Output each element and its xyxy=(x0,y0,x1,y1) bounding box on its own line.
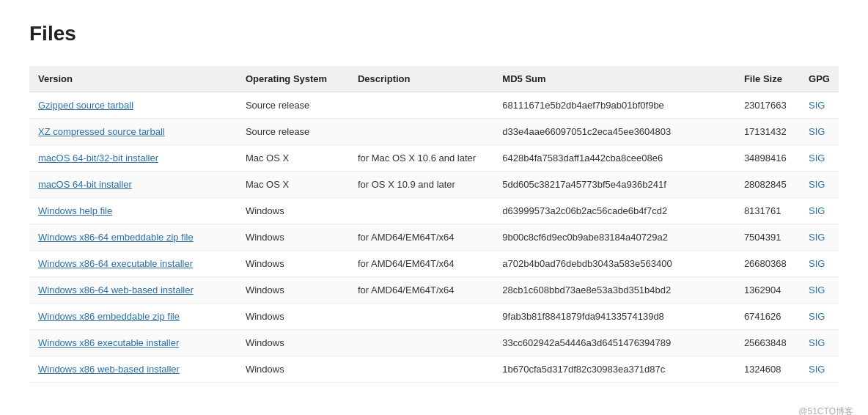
file-md5: d33e4aae66097051c2eca45ee3604803 xyxy=(493,119,735,145)
file-sig-link[interactable]: SIG xyxy=(809,100,825,111)
table-row: Windows x86-64 web-based installerWindow… xyxy=(29,277,839,304)
file-md5: 6428b4fa7583daff1a442cba8cee08e6 xyxy=(493,145,735,172)
file-version-link[interactable]: XZ compressed source tarball xyxy=(38,126,165,137)
file-description: for AMD64/EM64T/x64 xyxy=(349,277,493,304)
file-size: 26680368 xyxy=(735,251,800,277)
file-description xyxy=(349,304,493,330)
table-row: Windows help fileWindowsd63999573a2c06b2… xyxy=(29,198,839,224)
file-description xyxy=(349,119,493,145)
file-sig-link[interactable]: SIG xyxy=(809,311,825,322)
header-md5: MD5 Sum xyxy=(493,66,735,92)
file-version-link[interactable]: Gzipped source tarball xyxy=(38,100,133,111)
file-os: Source release xyxy=(237,92,349,119)
file-size: 8131761 xyxy=(735,198,800,224)
table-row: Windows x86 executable installerWindows3… xyxy=(29,330,839,356)
file-size: 7504391 xyxy=(735,224,800,251)
header-description: Description xyxy=(349,66,493,92)
file-description: for OS X 10.9 and later xyxy=(349,172,493,198)
file-description xyxy=(349,330,493,356)
file-sig-link[interactable]: SIG xyxy=(809,258,825,269)
file-md5: 68111671e5b2db4aef7b9ab01bf0f9be xyxy=(493,92,735,119)
file-os: Windows xyxy=(237,198,349,224)
files-table: Version Operating System Description MD5… xyxy=(29,66,839,383)
file-version-link[interactable]: Windows help file xyxy=(38,205,112,216)
file-size: 34898416 xyxy=(735,145,800,172)
page-title: Files xyxy=(29,22,839,45)
file-md5: 5dd605c38217a45773bf5e4a936b241f xyxy=(493,172,735,198)
file-size: 23017663 xyxy=(735,92,800,119)
file-size: 17131432 xyxy=(735,119,800,145)
file-size: 1362904 xyxy=(735,277,800,304)
file-sig-link[interactable]: SIG xyxy=(809,364,825,375)
file-md5: 1b670cfa5d317df82c30983ea371d87c xyxy=(493,356,735,383)
file-size: 28082845 xyxy=(735,172,800,198)
file-sig-link[interactable]: SIG xyxy=(809,153,825,164)
file-description xyxy=(349,198,493,224)
table-row: Windows x86-64 executable installerWindo… xyxy=(29,251,839,277)
file-os: Windows xyxy=(237,277,349,304)
file-md5: 9b00c8cf6d9ec0b9abe83184a40729a2 xyxy=(493,224,735,251)
table-row: macOS 64-bit/32-bit installerMac OS Xfor… xyxy=(29,145,839,172)
file-os: Windows xyxy=(237,251,349,277)
file-md5: 33cc602942a54446a3d6451476394789 xyxy=(493,330,735,356)
file-os: Mac OS X xyxy=(237,145,349,172)
table-row: macOS 64-bit installerMac OS Xfor OS X 1… xyxy=(29,172,839,198)
file-description xyxy=(349,92,493,119)
file-md5: 28cb1c608bbd73ae8e53a3bd351b4bd2 xyxy=(493,277,735,304)
file-size: 6741626 xyxy=(735,304,800,330)
file-version-link[interactable]: Windows x86-64 executable installer xyxy=(38,258,193,269)
table-row: Windows x86 embeddable zip fileWindows9f… xyxy=(29,304,839,330)
file-description xyxy=(349,356,493,383)
file-md5: d63999573a2c06b2ac56cade6b4f7cd2 xyxy=(493,198,735,224)
file-version-link[interactable]: macOS 64-bit installer xyxy=(38,179,132,190)
file-os: Source release xyxy=(237,119,349,145)
watermark: @51CTO博客 xyxy=(798,405,853,415)
file-os: Windows xyxy=(237,304,349,330)
file-os: Windows xyxy=(237,224,349,251)
file-version-link[interactable]: Windows x86 embeddable zip file xyxy=(38,311,180,322)
table-header-row: Version Operating System Description MD5… xyxy=(29,66,839,92)
file-description: for AMD64/EM64T/x64 xyxy=(349,251,493,277)
file-sig-link[interactable]: SIG xyxy=(809,179,825,190)
file-version-link[interactable]: Windows x86-64 web-based installer xyxy=(38,284,194,295)
file-size: 25663848 xyxy=(735,330,800,356)
file-sig-link[interactable]: SIG xyxy=(809,284,825,295)
file-description: for Mac OS X 10.6 and later xyxy=(349,145,493,172)
file-description: for AMD64/EM64T/x64 xyxy=(349,224,493,251)
table-row: Windows x86 web-based installerWindows1b… xyxy=(29,356,839,383)
file-version-link[interactable]: Windows x86-64 embeddable zip file xyxy=(38,232,194,243)
file-sig-link[interactable]: SIG xyxy=(809,232,825,243)
table-row: XZ compressed source tarballSource relea… xyxy=(29,119,839,145)
table-row: Windows x86-64 embeddable zip fileWindow… xyxy=(29,224,839,251)
file-version-link[interactable]: macOS 64-bit/32-bit installer xyxy=(38,153,158,164)
file-sig-link[interactable]: SIG xyxy=(809,126,825,137)
header-version: Version xyxy=(29,66,237,92)
file-sig-link[interactable]: SIG xyxy=(809,205,825,216)
file-version-link[interactable]: Windows x86 web-based installer xyxy=(38,364,180,375)
file-md5: a702b4b0ad76debdb3043a583e563400 xyxy=(493,251,735,277)
file-os: Mac OS X xyxy=(237,172,349,198)
file-size: 1324608 xyxy=(735,356,800,383)
file-md5: 9fab3b81f8841879fda94133574139d8 xyxy=(493,304,735,330)
page-container: Files Version Operating System Descripti… xyxy=(0,0,868,415)
header-gpg: GPG xyxy=(800,66,839,92)
file-sig-link[interactable]: SIG xyxy=(809,337,825,348)
header-filesize: File Size xyxy=(735,66,800,92)
file-os: Windows xyxy=(237,330,349,356)
file-version-link[interactable]: Windows x86 executable installer xyxy=(38,337,179,348)
file-os: Windows xyxy=(237,356,349,383)
table-row: Gzipped source tarballSource release6811… xyxy=(29,92,839,119)
header-os: Operating System xyxy=(237,66,349,92)
